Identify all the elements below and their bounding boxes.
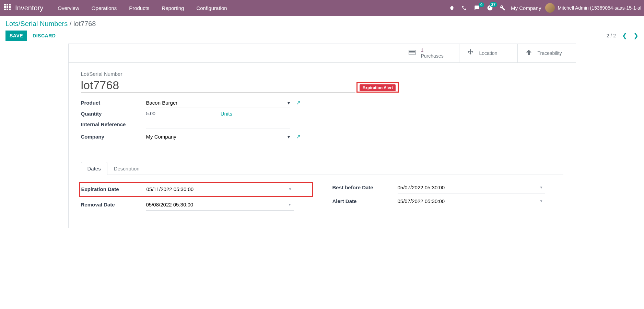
breadcrumb: Lots/Serial Numbers / lot7768: [5, 20, 639, 28]
debug-tools-icon[interactable]: [499, 4, 507, 12]
company-input[interactable]: [146, 132, 290, 141]
pager-next-icon[interactable]: ❯: [633, 32, 639, 39]
stat-purchases-count: 1: [421, 47, 444, 53]
breadcrumb-current: lot7768: [73, 20, 96, 27]
company-switcher[interactable]: My Company: [507, 5, 545, 11]
user-name: Mitchell Admin (15369054-saas-15-1-al: [558, 5, 641, 11]
product-input[interactable]: [146, 98, 290, 107]
alert-date-input[interactable]: [398, 195, 545, 207]
form-sheet: 1 Purchases Location Traceability Lot/Se…: [68, 44, 576, 228]
tab-content-dates: Expiration Date ▼ Removal Date ▼ Best be…: [81, 175, 563, 219]
avatar: [545, 3, 555, 13]
control-panel: Lots/Serial Numbers / lot7768 SAVE DISCA…: [0, 16, 644, 44]
external-link-icon[interactable]: ↗: [296, 99, 301, 106]
phone-icon[interactable]: [460, 4, 468, 12]
activity-icon[interactable]: 27: [485, 3, 494, 12]
activity-badge: 27: [490, 2, 497, 7]
removal-date-input[interactable]: [146, 199, 294, 211]
top-navbar: Inventory Overview Operations Products R…: [0, 0, 644, 16]
bug-icon[interactable]: [448, 4, 456, 12]
user-menu[interactable]: Mitchell Admin (15369054-saas-15-1-al: [545, 3, 641, 13]
app-title[interactable]: Inventory: [15, 4, 43, 12]
tab-dates[interactable]: Dates: [81, 162, 107, 175]
pager-count: 2 / 2: [607, 33, 616, 38]
tab-description[interactable]: Description: [107, 162, 146, 175]
quantity-units-link[interactable]: Units: [221, 111, 232, 117]
credit-card-icon: [408, 48, 416, 58]
move-icon: [466, 48, 475, 58]
removal-date-label: Removal Date: [81, 202, 146, 207]
stat-button-row: 1 Purchases Location Traceability: [69, 44, 576, 63]
discard-button[interactable]: DISCARD: [33, 33, 56, 38]
internal-reference-input[interactable]: [146, 120, 290, 129]
company-label: Company: [81, 134, 146, 140]
stat-traceability-label: Traceability: [538, 50, 562, 56]
stat-traceability[interactable]: Traceability: [517, 44, 576, 62]
expiration-date-label: Expiration Date: [81, 186, 147, 192]
external-link-icon[interactable]: ↗: [296, 133, 301, 140]
nav-configuration[interactable]: Configuration: [190, 1, 233, 15]
stat-location[interactable]: Location: [459, 44, 517, 62]
quantity-value: 5.00: [146, 111, 155, 116]
nav-reporting[interactable]: Reporting: [155, 1, 190, 15]
best-before-date-input[interactable]: [398, 182, 545, 193]
nav-operations[interactable]: Operations: [85, 1, 123, 15]
messages-icon[interactable]: 9: [472, 4, 481, 12]
expiration-alert-highlight: Expiration Alert: [356, 82, 399, 93]
arrow-up-icon: [525, 48, 533, 58]
quantity-label: Quantity: [81, 111, 146, 117]
expiration-alert-tag: Expiration Alert: [360, 84, 396, 91]
alert-date-label: Alert Date: [332, 198, 398, 204]
expiration-date-highlight: Expiration Date ▼: [79, 182, 313, 197]
messages-badge: 9: [479, 2, 484, 7]
nav-products[interactable]: Products: [123, 1, 155, 15]
save-button[interactable]: SAVE: [5, 31, 27, 41]
product-label: Product: [81, 100, 146, 106]
internal-reference-label: Internal Reference: [81, 121, 146, 127]
apps-icon[interactable]: [4, 4, 12, 12]
expiration-date-input[interactable]: [147, 183, 294, 195]
stat-location-label: Location: [479, 50, 497, 56]
lot-number-label: Lot/Serial Number: [81, 71, 563, 77]
lot-number-input[interactable]: [81, 78, 355, 93]
tabs: Dates Description: [81, 162, 563, 175]
pager-prev-icon[interactable]: ❮: [622, 32, 627, 39]
nav-menu: Overview Operations Products Reporting C…: [51, 1, 233, 15]
breadcrumb-parent[interactable]: Lots/Serial Numbers: [5, 20, 68, 27]
stat-purchases[interactable]: 1 Purchases: [401, 44, 459, 62]
best-before-date-label: Best before Date: [332, 185, 398, 190]
nav-overview[interactable]: Overview: [51, 1, 85, 15]
stat-purchases-label: Purchases: [421, 53, 444, 59]
nav-systray: 9 27: [448, 3, 507, 12]
